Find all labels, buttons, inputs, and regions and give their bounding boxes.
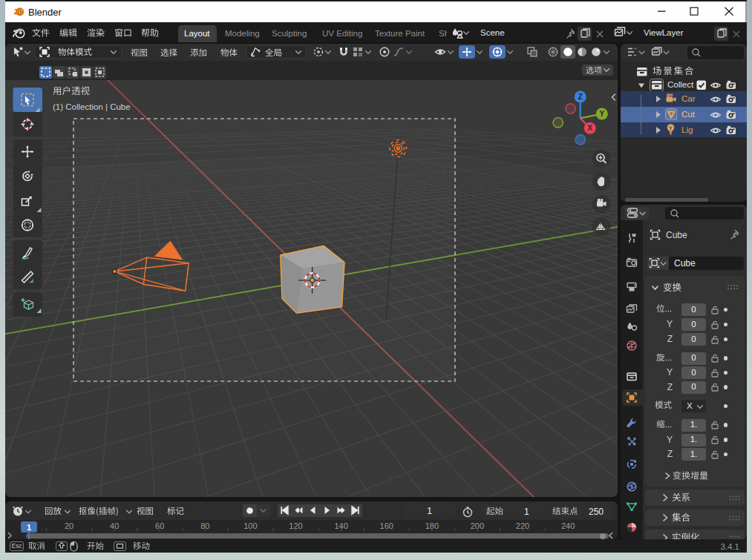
svg-text:X: X	[587, 124, 592, 132]
svg-text:(1) Collection | Cube: (1) Collection | Cube	[53, 102, 131, 111]
svg-text:Z: Z	[578, 93, 583, 101]
svg-text:Y: Y	[599, 110, 604, 118]
